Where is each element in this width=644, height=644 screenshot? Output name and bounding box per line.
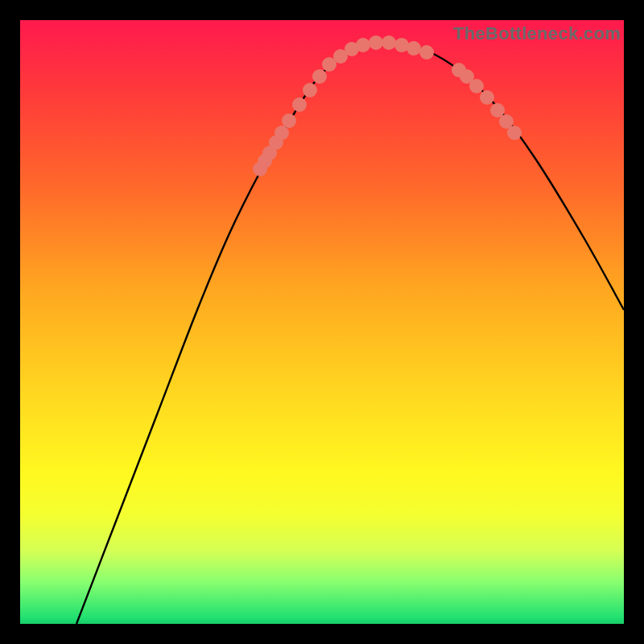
curve-marker-dot [282,114,296,128]
curve-marker-dot [382,35,396,50]
curve-marker-dot [292,97,307,112]
curve-marker-dot [275,126,289,140]
curve-marker-dot [490,103,505,118]
curve-marker-dot [480,90,494,105]
curve-marker-dot [356,38,370,52]
curve-marker-dot [322,57,336,72]
curve-marker-dot [333,49,348,64]
bottleneck-chart-svg [20,20,624,624]
curve-markers-group [253,35,522,176]
curve-marker-dot [499,114,514,129]
curve-marker-dot [312,69,327,84]
chart-plot-area: TheBottleneck.com [20,20,624,624]
curve-marker-dot [262,146,277,160]
bottleneck-curve-path [76,43,624,624]
curve-marker-dot [460,69,474,84]
curve-marker-dot [419,45,434,60]
curve-marker-dot [269,135,283,150]
curve-marker-dot [345,42,359,56]
curve-marker-dot [394,38,409,52]
curve-marker-dot [258,154,272,168]
curve-marker-dot [452,63,466,77]
curve-marker-dot [407,41,421,56]
curve-marker-dot [369,35,383,50]
curve-marker-dot [253,162,267,176]
curve-marker-dot [507,126,522,140]
curve-marker-dot [303,83,317,97]
watermark-text: TheBottleneck.com [453,23,621,44]
curve-marker-dot [469,79,484,93]
